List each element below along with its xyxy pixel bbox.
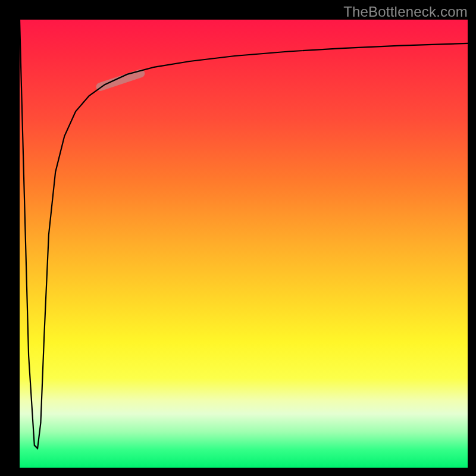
watermark-label: TheBottleneck.com	[343, 4, 468, 20]
chart-frame: TheBottleneck.com	[0, 0, 476, 476]
chart-plot-area	[20, 20, 468, 468]
highlight-segment	[101, 73, 141, 87]
bottleneck-curve	[20, 20, 468, 449]
curve-svg	[20, 20, 468, 468]
